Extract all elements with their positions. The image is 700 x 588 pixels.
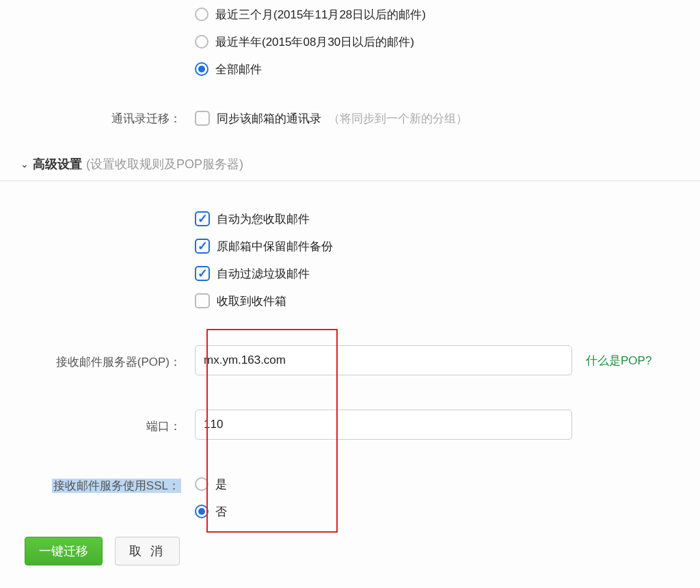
radio-6months[interactable] [195,35,208,49]
advanced-title: 高级设置 [33,156,82,172]
pop-server-input[interactable] [195,345,572,375]
checkbox-to-inbox[interactable] [195,293,210,308]
filter-spam-label: 自动过滤垃圾邮件 [217,266,310,282]
radio-all-label: 全部邮件 [215,62,262,77]
cancel-button[interactable]: 取 消 [115,537,180,565]
sync-contacts-hint: （将同步到一个新的分组） [328,111,468,126]
migrate-button[interactable]: 一键迁移 [25,537,103,565]
chevron-down-icon: ⌄ [21,159,29,170]
port-input[interactable] [195,410,572,440]
auto-receive-label: 自动为您收取邮件 [217,211,310,227]
advanced-subtitle: (设置收取规则及POP服务器) [86,156,243,172]
contacts-label: 通讯录迁移： [0,108,195,126]
radio-ssl-no[interactable] [195,505,208,518]
checkbox-auto-receive[interactable] [195,211,210,226]
radio-3months[interactable] [195,8,208,21]
ssl-no-label: 否 [215,504,227,520]
sync-contacts-label: 同步该邮箱的通讯录 [217,111,321,126]
checkbox-keep-backup[interactable] [195,239,210,254]
ssl-label: 接收邮件服务使用SSL： [52,479,181,493]
checkbox-sync-contacts[interactable] [195,111,210,126]
pop-server-label: 接收邮件服务器(POP)： [0,351,195,370]
radio-3months-label: 最近三个月(2015年11月28日以后的邮件) [215,7,426,23]
radio-6months-label: 最近半年(2015年08月30日以后的邮件) [215,34,414,50]
checkbox-filter-spam[interactable] [195,266,210,281]
keep-backup-label: 原邮箱中保留邮件备份 [217,239,333,254]
radio-ssl-yes[interactable] [195,477,208,491]
port-label: 端口： [0,416,195,434]
ssl-yes-label: 是 [215,477,227,492]
pop-help-link[interactable]: 什么是POP? [586,353,651,369]
advanced-settings-header[interactable]: ⌄ 高级设置 (设置收取规则及POP服务器) [0,149,700,181]
to-inbox-label: 收取到收件箱 [217,293,286,309]
radio-all[interactable] [195,62,208,76]
